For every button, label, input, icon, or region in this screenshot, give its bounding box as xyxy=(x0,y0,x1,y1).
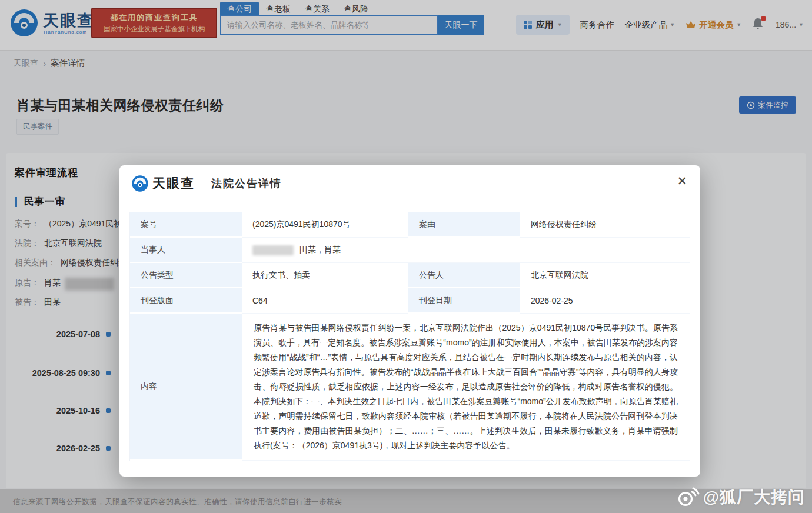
censored-name-blur xyxy=(252,245,294,255)
parties-text: 田某，肖某 xyxy=(299,245,341,255)
case-no-label: 案号 xyxy=(130,212,242,238)
announcement-table: 案号 (2025)京0491民初10870号 案由 网络侵权责任纠纷 当事人 田… xyxy=(129,212,690,461)
publication-page-value: C64 xyxy=(242,288,408,314)
parties-value: 田某，肖某 xyxy=(242,238,690,263)
publication-date-value: 2026-02-25 xyxy=(520,288,690,314)
content-label: 内容 xyxy=(130,314,242,461)
publication-date-label: 刊登日期 xyxy=(408,288,520,314)
parties-label: 当事人 xyxy=(130,238,242,263)
announcement-type-label: 公告类型 xyxy=(130,263,242,288)
publication-page-label: 刊登版面 xyxy=(130,288,242,314)
announcer-value: 北京互联网法院 xyxy=(520,263,690,288)
content-value: 原告肖某与被告田某网络侵权责任纠纷一案，北京互联网法院作出（2025）京0491… xyxy=(242,314,690,461)
modal-header: 天眼查 法院公告详情 xyxy=(131,175,282,192)
modal-brand: 天眼查 xyxy=(152,175,195,192)
weibo-watermark: @狐厂大拷问 xyxy=(677,486,805,508)
weibo-icon xyxy=(677,487,700,507)
announcement-type-value: 执行文书、拍卖 xyxy=(242,263,408,288)
announcer-label: 公告人 xyxy=(408,263,520,288)
court-announcement-modal: 天眼查 法院公告详情 ✕ 案号 (2025)京0491民初10870号 案由 网… xyxy=(119,165,700,477)
modal-title: 法院公告详情 xyxy=(211,176,282,191)
watermark-text: @狐厂大拷问 xyxy=(703,486,805,508)
cause-value: 网络侵权责任纠纷 xyxy=(520,212,690,238)
cause-label: 案由 xyxy=(408,212,520,238)
close-icon[interactable]: ✕ xyxy=(677,175,687,188)
tianyancha-logo-icon xyxy=(131,175,149,192)
case-no-value: (2025)京0491民初10870号 xyxy=(242,212,408,238)
